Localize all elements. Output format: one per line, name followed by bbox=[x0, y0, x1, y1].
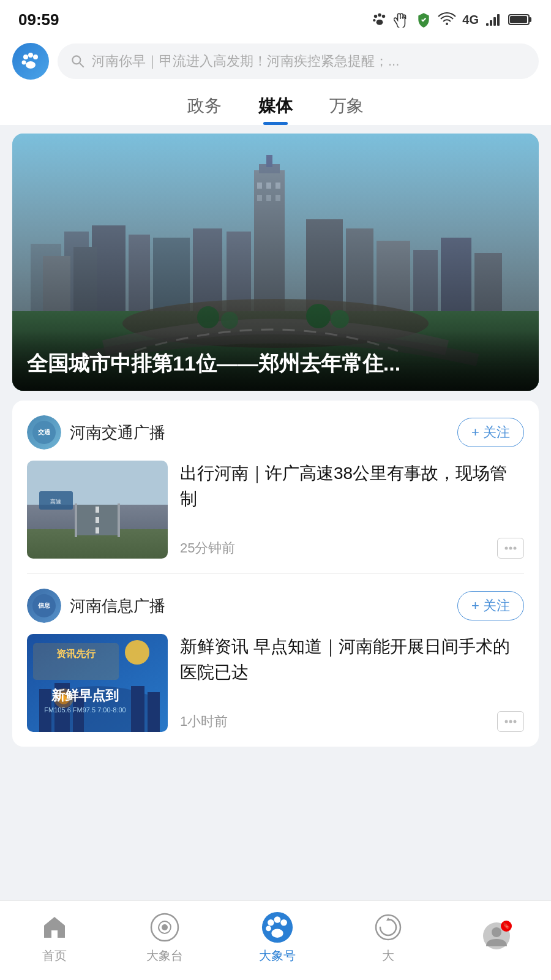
news-card-1: 交通 河南交通广播 + 关注 bbox=[12, 401, 539, 573]
card-1-header: 交通 河南交通广播 + 关注 bbox=[27, 415, 524, 450]
status-bar: 09:59 4G bbox=[0, 0, 551, 37]
tab-meiti[interactable]: 媒体 bbox=[258, 94, 293, 125]
tab-zhengwu[interactable]: 政务 bbox=[187, 94, 222, 125]
svg-point-18 bbox=[72, 56, 80, 64]
tab-wanxiang[interactable]: 万象 bbox=[329, 94, 364, 125]
svg-point-5 bbox=[446, 23, 448, 25]
paw-status-icon bbox=[372, 12, 388, 28]
nav-item-da[interactable]: 大 bbox=[372, 911, 405, 964]
card-1-time: 25分钟前 bbox=[180, 539, 235, 557]
daxianghao-icon bbox=[261, 910, 294, 944]
hero-banner[interactable]: 全国城市中排第11位——郑州去年常住... bbox=[12, 134, 539, 391]
notification-badge: 🔖 bbox=[501, 921, 512, 932]
svg-point-1 bbox=[378, 13, 381, 17]
nav-item-home[interactable]: 首页 bbox=[38, 911, 71, 964]
svg-point-64 bbox=[509, 547, 512, 550]
wifi-icon bbox=[438, 12, 456, 28]
status-icons: 4G bbox=[372, 12, 533, 28]
svg-text:资讯先行: 资讯先行 bbox=[56, 649, 96, 659]
svg-rect-7 bbox=[490, 20, 492, 26]
svg-text:新鲜早点到: 新鲜早点到 bbox=[51, 688, 119, 703]
svg-rect-59 bbox=[75, 503, 77, 537]
svg-rect-56 bbox=[96, 507, 99, 513]
svg-text:FM105.6  FM97.5  7:00-8:00: FM105.6 FM97.5 7:00-8:00 bbox=[44, 706, 126, 714]
header: 河南你早｜甲流进入高发期！河南疾控紧急提醒；... bbox=[0, 37, 551, 88]
svg-point-3 bbox=[373, 19, 375, 21]
card-1-more-button[interactable] bbox=[497, 538, 524, 559]
app-logo-icon bbox=[20, 50, 42, 72]
card-1-title: 出行河南｜许广高速38公里有事故，现场管制 bbox=[180, 461, 524, 512]
daxianghao-nav-icon bbox=[261, 911, 294, 944]
search-icon bbox=[70, 53, 86, 69]
svg-point-16 bbox=[22, 61, 26, 65]
svg-point-17 bbox=[26, 61, 36, 69]
card-2-more-button[interactable] bbox=[497, 711, 524, 732]
card-2-info: 新鲜资讯 早点知道｜河南能开展日间手术的医院已达 1小时前 bbox=[180, 634, 524, 732]
card-2-source: 信息 河南信息广播 bbox=[27, 589, 165, 623]
svg-rect-74 bbox=[148, 692, 160, 732]
nav-label-home: 首页 bbox=[42, 948, 67, 964]
daxiangtai-icon bbox=[149, 912, 180, 943]
card-1-source: 交通 河南交通广播 bbox=[27, 415, 165, 450]
svg-rect-60 bbox=[118, 503, 120, 537]
svg-rect-12 bbox=[529, 17, 531, 22]
svg-point-91 bbox=[266, 926, 271, 932]
svg-rect-9 bbox=[497, 14, 500, 26]
svg-point-83 bbox=[509, 720, 512, 723]
card-2-time: 1小时前 bbox=[180, 712, 228, 731]
card-2-logo: 信息 bbox=[27, 589, 61, 623]
svg-text:交通: 交通 bbox=[38, 429, 51, 435]
nav-item-daxiangtai[interactable]: 大象台 bbox=[146, 911, 183, 964]
status-time: 09:59 bbox=[18, 10, 59, 29]
nav-item-daxianghao[interactable]: 大象号 bbox=[259, 911, 296, 964]
svg-line-19 bbox=[80, 63, 84, 67]
daxiangtai-nav-icon bbox=[148, 911, 181, 944]
svg-point-63 bbox=[505, 547, 508, 550]
da-nav-icon bbox=[372, 911, 405, 944]
home-icon bbox=[40, 913, 69, 941]
more-dots-icon bbox=[504, 544, 517, 552]
app-logo[interactable] bbox=[12, 43, 49, 80]
card-2-header: 信息 河南信息广播 + 关注 bbox=[27, 589, 524, 623]
svg-point-0 bbox=[374, 15, 377, 18]
svg-point-82 bbox=[505, 720, 508, 723]
svg-rect-8 bbox=[493, 17, 496, 26]
nav-label-da: 大 bbox=[382, 948, 394, 964]
bottom-nav: 首页 大象台 大象号 bbox=[0, 900, 551, 980]
svg-rect-57 bbox=[96, 517, 99, 523]
card-1-source-name: 河南交通广播 bbox=[70, 422, 165, 443]
news-card-2: 信息 河南信息广播 + 关注 bbox=[12, 574, 539, 747]
shield-status-icon bbox=[416, 12, 432, 28]
main-content: 全国城市中排第11位——郑州去年常住... 交通 河南交通广播 bbox=[0, 125, 551, 835]
svg-point-4 bbox=[377, 20, 383, 25]
svg-point-65 bbox=[514, 547, 517, 550]
card-2-thumbnail: 资讯先行 新鲜早点到 FM105.6 FM97.5 7:00-8:00 bbox=[27, 634, 168, 732]
search-input-placeholder: 河南你早｜甲流进入高发期！河南疾控紧急提醒；... bbox=[92, 52, 399, 70]
watermark-area bbox=[0, 747, 551, 826]
battery-icon bbox=[508, 13, 533, 26]
card-2-follow-button[interactable]: + 关注 bbox=[457, 591, 524, 620]
search-bar[interactable]: 河南你早｜甲流进入高发期！河南疾控紧急提醒；... bbox=[58, 43, 539, 79]
card-2-thumb-image: 资讯先行 新鲜早点到 FM105.6 FM97.5 7:00-8:00 bbox=[27, 634, 168, 732]
nav-tabs: 政务 媒体 万象 bbox=[0, 88, 551, 125]
svg-point-92 bbox=[271, 929, 283, 937]
card-1-content: 高速 出行河南｜许广高速38公里有事故，现场管制 25分钟前 bbox=[27, 461, 524, 573]
more-dots-icon-2 bbox=[504, 717, 517, 726]
svg-rect-73 bbox=[131, 686, 144, 732]
refresh-icon bbox=[373, 912, 403, 943]
card-1-follow-button[interactable]: + 关注 bbox=[457, 418, 524, 447]
svg-point-88 bbox=[268, 919, 274, 926]
svg-point-2 bbox=[382, 15, 385, 18]
card-2-source-name: 河南信息广播 bbox=[70, 595, 165, 617]
banner-title: 全国城市中排第11位——郑州去年常住... bbox=[27, 349, 524, 379]
news-cards-section: 交通 河南交通广播 + 关注 bbox=[12, 401, 539, 747]
svg-point-89 bbox=[274, 916, 281, 923]
svg-point-15 bbox=[33, 55, 38, 59]
info-logo-icon: 信息 bbox=[32, 594, 56, 618]
svg-point-69 bbox=[125, 640, 149, 665]
badge-icon: 🔖 bbox=[503, 922, 510, 929]
nav-label-daxianghao: 大象号 bbox=[259, 948, 296, 964]
svg-rect-58 bbox=[96, 527, 99, 533]
nav-label-daxiangtai: 大象台 bbox=[146, 948, 183, 964]
nav-item-user[interactable]: 🔖 bbox=[480, 919, 513, 956]
